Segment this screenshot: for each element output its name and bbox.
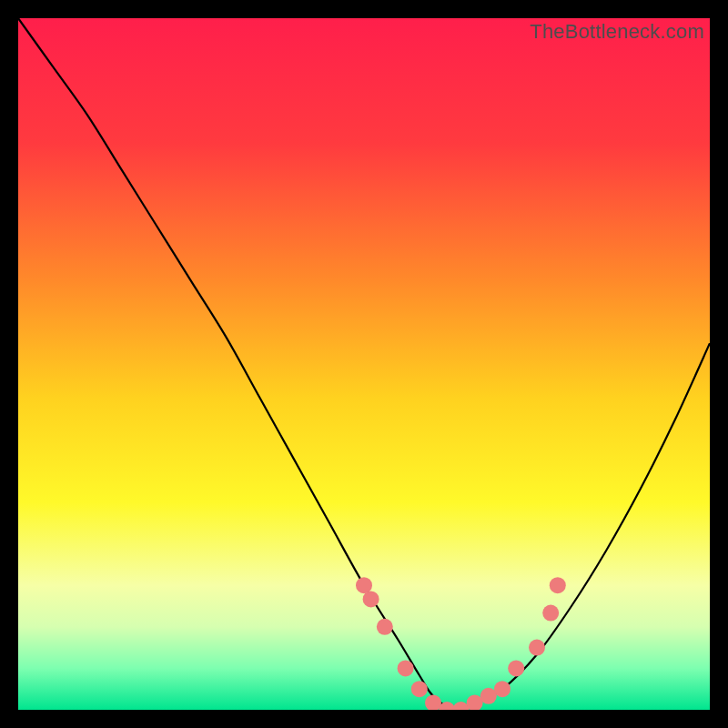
marker-point (508, 660, 524, 676)
marker-point (363, 591, 379, 607)
chart-frame: TheBottleneck.com (18, 18, 710, 710)
marker-point (411, 681, 428, 697)
watermark-label: TheBottleneck.com (530, 20, 704, 44)
marker-point (542, 605, 559, 622)
marker-point (398, 660, 414, 676)
marker-point (377, 619, 393, 635)
bottleneck-chart (18, 18, 710, 710)
marker-point (494, 681, 511, 697)
chart-background (18, 18, 710, 710)
marker-point (529, 640, 545, 656)
marker-point (550, 577, 566, 593)
